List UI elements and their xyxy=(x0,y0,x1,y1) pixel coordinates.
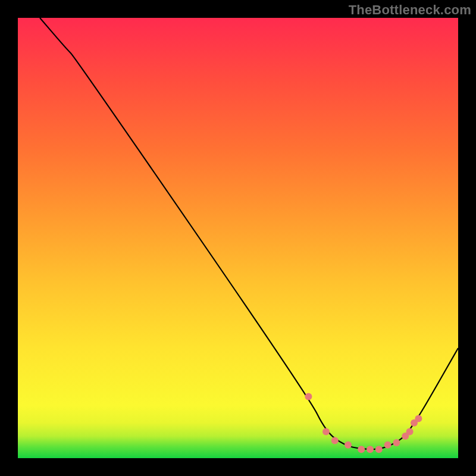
plot-area xyxy=(18,18,458,458)
marker-point xyxy=(375,446,383,453)
chart-container: TheBottleneck.com xyxy=(0,0,476,476)
marker-point xyxy=(345,441,352,449)
marker-point xyxy=(406,428,414,436)
marker-point xyxy=(322,428,330,436)
marker-point xyxy=(367,446,374,453)
marker-point xyxy=(358,446,365,453)
marker-point xyxy=(305,393,312,400)
curve-svg xyxy=(18,18,458,458)
marker-point xyxy=(415,415,422,422)
marker-point xyxy=(384,441,392,449)
bottleneck-curve-line xyxy=(40,18,458,449)
marker-point xyxy=(331,437,339,444)
marker-point xyxy=(393,439,400,446)
watermark-text: TheBottleneck.com xyxy=(349,2,471,18)
